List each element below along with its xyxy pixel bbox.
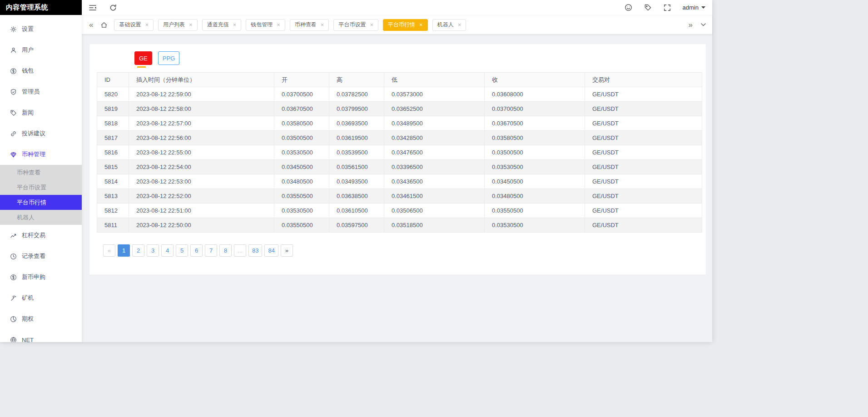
ge-button[interactable]: GE bbox=[134, 51, 152, 65]
tag-icon[interactable] bbox=[644, 4, 652, 11]
table-cell: GE/USDT bbox=[585, 131, 702, 145]
tab-channel-recharge[interactable]: 通道充值× bbox=[202, 19, 242, 31]
tab-close-icon[interactable]: × bbox=[189, 22, 193, 28]
table-row: 58132023-08-12 22:52:000.035505000.03638… bbox=[97, 189, 702, 204]
table-cell: 5815 bbox=[97, 160, 129, 174]
table-cell: 0.03530500 bbox=[485, 160, 585, 174]
page-1-button[interactable]: 1 bbox=[118, 244, 130, 257]
table-cell: 0.03530500 bbox=[274, 145, 329, 160]
table-cell: 0.03550500 bbox=[485, 204, 585, 218]
sidebar-item-label: 投诉建议 bbox=[22, 129, 45, 138]
table-cell: GE/USDT bbox=[585, 218, 702, 233]
refresh-icon[interactable] bbox=[109, 4, 117, 11]
sidebar-subitem-coin-view[interactable]: 币种查看 bbox=[0, 165, 82, 180]
table-cell: 0.03799500 bbox=[329, 102, 384, 116]
tabs-scroll-left[interactable]: « bbox=[88, 20, 94, 30]
sidebar-item-admins[interactable]: 管理员 bbox=[0, 81, 82, 102]
tab-label: 机器人 bbox=[437, 21, 454, 29]
table-cell: GE/USDT bbox=[585, 102, 702, 116]
tab-close-icon[interactable]: × bbox=[321, 22, 324, 28]
table-cell: 0.03561500 bbox=[329, 160, 384, 174]
tab-label: 平台币设置 bbox=[338, 21, 366, 29]
page-7-button[interactable]: 7 bbox=[205, 244, 217, 257]
page-6-button[interactable]: 6 bbox=[190, 244, 203, 257]
topbar-left bbox=[89, 4, 117, 11]
tab-platform-coin-market[interactable]: 平台币行情× bbox=[383, 19, 428, 31]
sidebar-item-suggestions[interactable]: 投诉建议 bbox=[0, 123, 82, 144]
pagination: «12345678...8384» bbox=[103, 244, 702, 257]
tab-wallet-management[interactable]: 钱包管理× bbox=[246, 19, 285, 31]
table-row: 58122023-08-12 22:51:000.035305000.03610… bbox=[97, 204, 702, 218]
tab-coin-view[interactable]: 币种查看× bbox=[290, 19, 329, 31]
table-cell: 2023-08-12 22:59:00 bbox=[129, 87, 274, 102]
content-area: GEPPG ID插入时间（分钟单位）开高低收交易对 58202023-08-12… bbox=[82, 34, 712, 342]
tab-close-icon[interactable]: × bbox=[419, 22, 423, 28]
page-84-button[interactable]: 84 bbox=[264, 244, 278, 257]
user-menu[interactable]: admin bbox=[683, 4, 705, 11]
emoji-icon[interactable] bbox=[625, 4, 632, 11]
page-4-button[interactable]: 4 bbox=[161, 244, 174, 257]
page-83-button[interactable]: 83 bbox=[248, 244, 262, 257]
tab-close-icon[interactable]: × bbox=[145, 22, 149, 28]
sidebar-item-users[interactable]: 用户 bbox=[0, 40, 82, 60]
table-row: 58202023-08-12 22:59:000.037005000.03782… bbox=[97, 87, 702, 102]
app-window: 内容管理系统 设置用户钱包管理员新闻投诉建议币种管理币种查看平台币设置平台币行情… bbox=[0, 0, 712, 342]
table-cell: 0.03550500 bbox=[274, 218, 329, 233]
sidebar-item-coin-management[interactable]: 币种管理 bbox=[0, 144, 82, 165]
tab-label: 平台币行情 bbox=[388, 21, 415, 29]
fullscreen-icon[interactable] bbox=[664, 4, 671, 11]
page-prev-button[interactable]: « bbox=[103, 244, 115, 257]
sidebar-item-records-view[interactable]: 记录查看 bbox=[0, 246, 82, 267]
table-cell: 0.03530500 bbox=[485, 218, 585, 233]
table-cell: GE/USDT bbox=[585, 204, 702, 218]
page-8-button[interactable]: 8 bbox=[219, 244, 232, 257]
home-tab[interactable] bbox=[100, 21, 108, 29]
sidebar-item-net[interactable]: NET bbox=[0, 329, 82, 342]
tabbar-right: » bbox=[688, 20, 706, 30]
table-cell: 5811 bbox=[97, 218, 129, 233]
tab-user-list[interactable]: 用户列表× bbox=[158, 19, 198, 31]
table-cell: 2023-08-12 22:50:00 bbox=[129, 218, 274, 233]
sidebar-subitem-platform-coin-settings[interactable]: 平台币设置 bbox=[0, 180, 82, 195]
table-cell: GE/USDT bbox=[585, 116, 702, 131]
gear-icon bbox=[10, 26, 17, 33]
page-2-button[interactable]: 2 bbox=[132, 244, 144, 257]
column-header: 收 bbox=[485, 73, 585, 87]
sidebar-item-label: 矿机 bbox=[22, 294, 34, 302]
tab-close-icon[interactable]: × bbox=[458, 22, 461, 28]
tab-close-icon[interactable]: × bbox=[233, 22, 237, 28]
sidebar-item-wallet[interactable]: 钱包 bbox=[0, 60, 82, 81]
tab-robot[interactable]: 机器人× bbox=[432, 19, 466, 31]
collapse-sidebar-icon[interactable] bbox=[89, 4, 97, 11]
sidebar-item-miner[interactable]: 矿机 bbox=[0, 288, 82, 308]
sidebar-item-news[interactable]: 新闻 bbox=[0, 102, 82, 123]
tab-platform-coin-settings[interactable]: 平台币设置× bbox=[333, 19, 378, 31]
sidebar-item-label: 币种管理 bbox=[22, 150, 45, 159]
tab-close-icon[interactable]: × bbox=[370, 22, 373, 28]
table-cell: 2023-08-12 22:57:00 bbox=[129, 116, 274, 131]
sidebar-item-leverage-trade[interactable]: 杠杆交易 bbox=[0, 225, 82, 246]
page-5-button[interactable]: 5 bbox=[176, 244, 188, 257]
tab-basic-settings[interactable]: 基础设置× bbox=[114, 19, 154, 31]
column-header: 交易对 bbox=[585, 73, 702, 87]
table-cell: 0.03480500 bbox=[274, 174, 329, 189]
sidebar-item-options[interactable]: 期权 bbox=[0, 308, 82, 329]
tabs-scroll-right[interactable]: » bbox=[688, 20, 694, 30]
sidebar-subitem-robot[interactable]: 机器人 bbox=[0, 210, 82, 225]
sidebar-item-settings[interactable]: 设置 bbox=[0, 19, 82, 40]
sidebar-item-label: 新闻 bbox=[22, 109, 34, 117]
tab-label: 用户列表 bbox=[163, 21, 185, 29]
tab-close-icon[interactable]: × bbox=[277, 22, 280, 28]
table-cell: 0.03638500 bbox=[329, 189, 384, 204]
table-cell: 0.03461500 bbox=[384, 189, 485, 204]
table-cell: 0.03700500 bbox=[274, 87, 329, 102]
table-cell: 2023-08-12 22:52:00 bbox=[129, 189, 274, 204]
sidebar-item-label: 钱包 bbox=[22, 67, 34, 75]
main-panel: admin « 基础设置×用户列表×通道充值×钱包管理×币种查看×平台币设置×平… bbox=[82, 0, 712, 342]
tabs-menu-chevron-icon[interactable] bbox=[701, 23, 706, 26]
page-3-button[interactable]: 3 bbox=[147, 244, 159, 257]
page-next-button[interactable]: » bbox=[281, 244, 293, 257]
sidebar-subitem-platform-coin-market[interactable]: 平台币行情 bbox=[0, 195, 82, 210]
ppg-button[interactable]: PPG bbox=[158, 51, 179, 65]
sidebar-item-new-coin-subscribe[interactable]: 新币申购 bbox=[0, 267, 82, 288]
